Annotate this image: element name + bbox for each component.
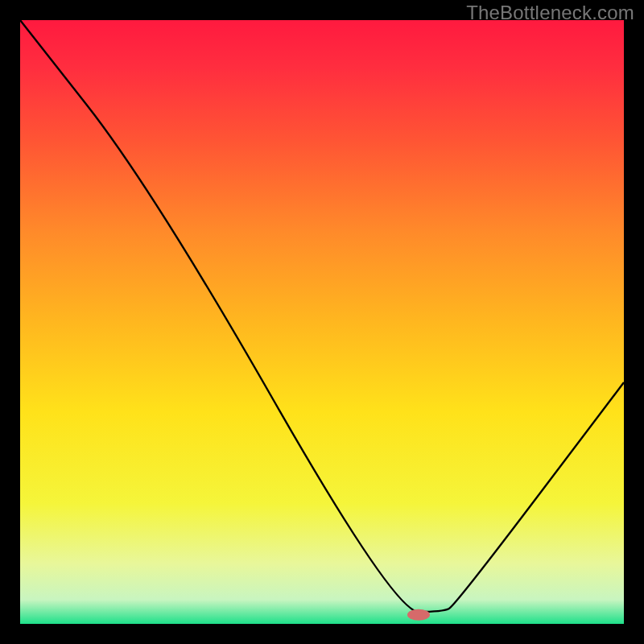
watermark-label: TheBottleneck.com — [466, 2, 634, 24]
optimal-marker — [407, 609, 430, 621]
plot-background — [20, 20, 624, 624]
bottleneck-chart — [0, 0, 644, 644]
chart-container: TheBottleneck.com — [0, 0, 644, 644]
